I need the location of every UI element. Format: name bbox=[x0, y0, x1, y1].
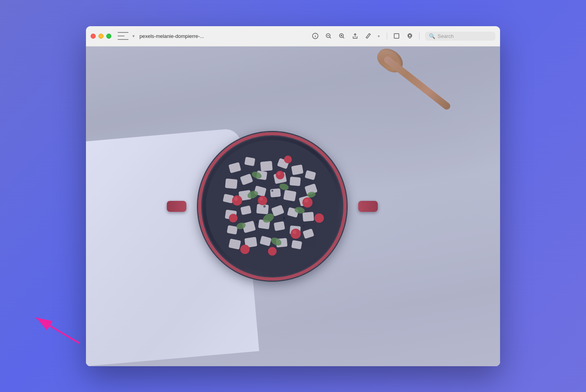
preview-window: ▾ pexels-melanie-dompierre-... bbox=[86, 26, 500, 366]
pan-handle-right bbox=[358, 201, 378, 212]
svg-point-61 bbox=[276, 171, 284, 179]
maximize-button[interactable] bbox=[106, 34, 111, 39]
svg-rect-39 bbox=[227, 225, 238, 234]
pink-arrow-indicator bbox=[30, 314, 81, 345]
location-button[interactable] bbox=[406, 32, 414, 40]
zoom-in-icon bbox=[339, 33, 345, 39]
search-input[interactable] bbox=[438, 33, 491, 39]
toolbar-divider-2 bbox=[419, 32, 420, 39]
info-button[interactable] bbox=[311, 32, 319, 40]
crop-button[interactable] bbox=[393, 32, 400, 40]
location-icon bbox=[407, 33, 413, 39]
filename-label: pexels-melanie-dompierre-... bbox=[139, 33, 204, 39]
svg-point-69 bbox=[260, 197, 263, 200]
chevron-down-icon: ▾ bbox=[132, 34, 135, 39]
image-content bbox=[86, 47, 500, 366]
vegetables-svg bbox=[206, 140, 339, 273]
svg-rect-30 bbox=[270, 188, 281, 197]
svg-rect-25 bbox=[289, 176, 301, 186]
food-image bbox=[86, 47, 500, 366]
svg-point-70 bbox=[304, 199, 308, 203]
svg-line-81 bbox=[36, 318, 79, 343]
svg-point-64 bbox=[268, 247, 277, 256]
search-icon: 🔍 bbox=[429, 33, 435, 39]
svg-rect-31 bbox=[283, 190, 297, 201]
svg-point-68 bbox=[234, 197, 238, 201]
svg-rect-42 bbox=[273, 221, 285, 231]
svg-point-72 bbox=[293, 230, 297, 234]
svg-line-11 bbox=[369, 34, 370, 34]
svg-rect-12 bbox=[394, 34, 399, 38]
svg-point-65 bbox=[314, 213, 324, 223]
svg-point-78 bbox=[272, 190, 273, 192]
svg-rect-49 bbox=[291, 240, 302, 249]
svg-point-63 bbox=[240, 245, 250, 254]
svg-point-74 bbox=[275, 197, 277, 199]
svg-point-73 bbox=[263, 205, 266, 208]
pan-handle-left bbox=[167, 201, 186, 212]
share-button[interactable] bbox=[351, 32, 359, 40]
svg-rect-35 bbox=[256, 204, 269, 214]
svg-line-5 bbox=[330, 37, 331, 39]
close-button[interactable] bbox=[91, 34, 96, 39]
crop-icon bbox=[393, 33, 400, 39]
svg-point-79 bbox=[303, 225, 304, 227]
titlebar: ▾ pexels-melanie-dompierre-... bbox=[86, 26, 500, 47]
edit-chevron-icon: ▾ bbox=[378, 34, 380, 38]
svg-rect-16 bbox=[244, 157, 255, 166]
svg-point-71 bbox=[277, 172, 280, 175]
info-icon bbox=[312, 33, 318, 39]
svg-point-67 bbox=[284, 156, 292, 163]
pencil-icon bbox=[365, 33, 372, 39]
svg-rect-19 bbox=[291, 164, 304, 175]
svg-rect-21 bbox=[225, 178, 238, 189]
svg-rect-17 bbox=[260, 161, 273, 171]
svg-point-66 bbox=[229, 214, 238, 222]
svg-point-77 bbox=[291, 202, 293, 203]
toolbar-divider bbox=[387, 32, 387, 39]
zoom-in-button[interactable] bbox=[338, 32, 346, 40]
edit-button[interactable] bbox=[364, 32, 372, 40]
vegetables bbox=[206, 140, 339, 273]
sidebar-toggle-button[interactable] bbox=[118, 32, 129, 40]
cooking-pan bbox=[179, 116, 366, 296]
zoom-out-icon bbox=[325, 33, 332, 39]
svg-rect-38 bbox=[302, 211, 314, 221]
svg-line-9 bbox=[343, 37, 345, 39]
zoom-out-button[interactable] bbox=[325, 32, 332, 40]
svg-point-13 bbox=[409, 34, 411, 37]
svg-point-2 bbox=[315, 35, 316, 35]
titlebar-actions: ▾ 🔍 bbox=[311, 32, 495, 41]
share-icon bbox=[352, 33, 358, 39]
svg-point-59 bbox=[258, 196, 267, 205]
minimize-button[interactable] bbox=[98, 34, 104, 39]
svg-point-76 bbox=[256, 221, 258, 223]
svg-point-75 bbox=[283, 217, 285, 219]
search-bar[interactable]: 🔍 bbox=[425, 32, 495, 41]
traffic-lights bbox=[91, 34, 111, 39]
